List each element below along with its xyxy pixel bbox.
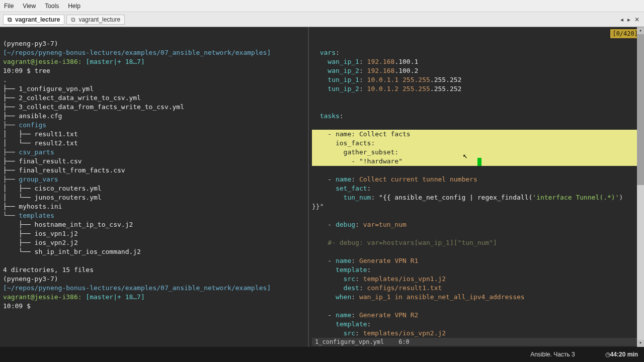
scroll-thumb[interactable] xyxy=(637,34,644,185)
list-item: └── sh_ip_int_br_ios_command.j2 xyxy=(3,248,141,255)
menubar: File View Tools Help xyxy=(0,0,644,12)
git-branch: [master|+ 18…7] xyxy=(82,293,145,301)
yaml-key: vars xyxy=(312,49,336,56)
cursor-block xyxy=(477,158,481,166)
list-item: │ ├── result1.txt xyxy=(3,130,78,138)
list-item: ├── 1_configure_vpn.yml xyxy=(3,85,94,93)
list-item: ├── 2_collect_data_write_to_csv.yml xyxy=(3,94,141,102)
yaml-key: wan_ip_2 xyxy=(312,67,359,74)
highlighted-block: gather_subset: xyxy=(312,148,641,157)
tabbar: ⧉ vagrant_lecture ⧉ vagrant_lecture ◂ ▸ … xyxy=(0,12,644,27)
list-item: ├── 3_collect_data_from_facts_write_to_c… xyxy=(3,103,184,111)
list-item: ├── final_result.csv xyxy=(3,157,82,165)
terminal-left-pane[interactable]: (pyneng-py3-7) [~/repos/pyneng-bonus-lec… xyxy=(0,27,309,347)
list-item: │ └── result2.txt xyxy=(3,139,78,147)
git-branch: [master|+ 18…7] xyxy=(82,58,145,65)
cwd-path: [~/repos/pyneng-bonus-lectures/examples/… xyxy=(3,284,271,292)
comment: #- debug: var=hostvars[wan_ip_1]["tun_nu… xyxy=(312,239,497,246)
list-item: ├── ios_vpn2.j2 xyxy=(3,239,78,246)
venv-label: (pyneng-py3-7) xyxy=(3,275,58,283)
menu-tools[interactable]: Tools xyxy=(45,3,59,10)
yaml-key: tun_ip_2 xyxy=(312,85,359,93)
tab-close-icon[interactable]: ✕ xyxy=(633,16,641,23)
prompt-tree: 10:09 $ tree xyxy=(3,67,50,74)
list-item: │ ├── cisco_routers.yml xyxy=(3,185,102,192)
list-item: │ └── junos_routers.yml xyxy=(3,194,102,201)
list-item: ├── myhosts.ini xyxy=(3,203,62,210)
list-item: ├── group_vars xyxy=(3,175,58,183)
scroll-up-icon[interactable]: ▴ xyxy=(637,27,644,34)
host-label: vagrant@jessie-i386: xyxy=(3,58,82,65)
scroll-down-icon[interactable]: ▾ xyxy=(637,340,644,347)
list-item: ├── csv_parts xyxy=(3,148,54,156)
list-item: ├── ios_vpn1.j2 xyxy=(3,230,78,237)
highlighted-block: - name: Collect facts xyxy=(312,130,641,139)
venv-label: (pyneng-py3-7) xyxy=(3,40,58,47)
counter-badge: [0/420] xyxy=(610,29,640,38)
tree-dot: . xyxy=(3,76,7,83)
terminal-icon: ⧉ xyxy=(8,16,12,23)
tab-nav: ◂ ▸ ✕ xyxy=(619,16,641,23)
menu-help[interactable]: Help xyxy=(68,3,80,10)
menu-view[interactable]: View xyxy=(23,3,36,10)
vim-statusline: 1_configure_vpn.yml 6:0 xyxy=(312,338,641,346)
video-footer: Ansible. Часть 3 ◷ 44:20 min xyxy=(0,347,644,362)
list-item: ├── final_result_from_facts.csv xyxy=(3,166,125,174)
clock-icon: ◷ xyxy=(605,351,610,358)
list-item: ├── hostname_int_ip_to_csv.j2 xyxy=(3,221,133,228)
list-item: ├── ansible.cfg xyxy=(3,112,62,120)
tab-2[interactable]: ⧉ vagrant_lecture xyxy=(66,15,125,25)
terminal-icon: ⧉ xyxy=(71,16,75,23)
tab-prev-icon[interactable]: ◂ xyxy=(619,16,625,23)
video-time: 44:20 min xyxy=(610,351,638,358)
tab-next-icon[interactable]: ▸ xyxy=(626,16,632,23)
video-title: Ansible. Часть 3 xyxy=(530,351,575,358)
highlighted-block: - "!hardware" xyxy=(312,157,641,166)
editor-right-pane[interactable]: [0/420] vars: wan_ip_1: 192.168.100.1 wa… xyxy=(309,27,644,347)
yaml-key: tun_ip_1 xyxy=(312,76,359,83)
tab-1-label: vagrant_lecture xyxy=(15,16,60,23)
tab-1[interactable]: ⧉ vagrant_lecture xyxy=(3,15,64,25)
tab-2-label: vagrant_lecture xyxy=(78,16,120,23)
list-item: └── templates xyxy=(3,212,54,219)
highlighted-block: ios_facts: xyxy=(312,139,641,148)
menu-file[interactable]: File xyxy=(4,3,14,10)
list-item: ├── ├── configsconfigs xyxy=(3,121,46,129)
host-label: vagrant@jessie-i386: xyxy=(3,293,82,301)
cwd-path: [~/repos/pyneng-bonus-lectures/examples/… xyxy=(3,49,271,56)
yaml-key: wan_ip_1 xyxy=(312,58,359,65)
scrollbar[interactable]: ▴ ▾ xyxy=(637,27,644,347)
tree-summary: 4 directories, 15 files xyxy=(3,266,94,274)
prompt: 10:09 $ xyxy=(3,302,35,310)
yaml-key: tasks xyxy=(312,112,340,120)
workspace: (pyneng-py3-7) [~/repos/pyneng-bonus-lec… xyxy=(0,27,644,347)
